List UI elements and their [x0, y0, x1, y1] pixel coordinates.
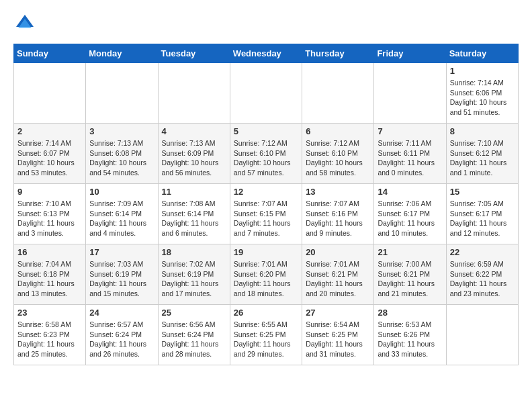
day-cell: 27Sunrise: 6:54 AM Sunset: 6:25 PM Dayli…	[302, 305, 374, 365]
day-number: 15	[450, 187, 515, 197]
day-number: 16	[17, 247, 82, 257]
logo-icon	[15, 13, 35, 34]
day-info: Sunrise: 7:08 AM Sunset: 6:14 PM Dayligh…	[162, 199, 226, 238]
day-number: 3	[89, 126, 154, 136]
day-cell: 12Sunrise: 7:07 AM Sunset: 6:15 PM Dayli…	[230, 184, 302, 244]
day-number: 22	[450, 247, 515, 257]
day-info: Sunrise: 7:05 AM Sunset: 6:17 PM Dayligh…	[450, 199, 515, 238]
day-number: 10	[89, 187, 154, 197]
day-info: Sunrise: 7:14 AM Sunset: 6:07 PM Dayligh…	[17, 138, 82, 178]
day-number: 26	[234, 308, 298, 318]
day-cell: 21Sunrise: 7:00 AM Sunset: 6:21 PM Dayli…	[374, 244, 446, 305]
day-cell: 9Sunrise: 7:10 AM Sunset: 6:13 PM Daylig…	[14, 184, 86, 244]
day-cell: 13Sunrise: 7:07 AM Sunset: 6:16 PM Dayli…	[302, 184, 374, 244]
weekday-header-thursday: Thursday	[302, 44, 374, 63]
day-cell	[446, 305, 518, 365]
day-info: Sunrise: 7:12 AM Sunset: 6:10 PM Dayligh…	[306, 138, 370, 178]
day-number: 21	[378, 247, 442, 257]
weekday-header-sunday: Sunday	[14, 44, 86, 63]
day-info: Sunrise: 7:06 AM Sunset: 6:17 PM Dayligh…	[378, 199, 442, 238]
week-row-2: 9Sunrise: 7:10 AM Sunset: 6:13 PM Daylig…	[14, 184, 519, 244]
day-number: 7	[378, 126, 442, 136]
day-info: Sunrise: 7:07 AM Sunset: 6:15 PM Dayligh…	[234, 199, 298, 238]
day-info: Sunrise: 6:57 AM Sunset: 6:24 PM Dayligh…	[89, 320, 154, 359]
day-info: Sunrise: 7:01 AM Sunset: 6:20 PM Dayligh…	[234, 259, 298, 299]
weekday-header-friday: Friday	[374, 44, 446, 63]
day-number: 17	[89, 247, 154, 257]
day-info: Sunrise: 7:14 AM Sunset: 6:06 PM Dayligh…	[450, 78, 515, 118]
calendar-table: SundayMondayTuesdayWednesdayThursdayFrid…	[13, 44, 519, 365]
day-cell: 20Sunrise: 7:01 AM Sunset: 6:21 PM Dayli…	[302, 244, 374, 305]
day-cell: 25Sunrise: 6:56 AM Sunset: 6:24 PM Dayli…	[158, 305, 230, 365]
day-number: 27	[306, 308, 370, 318]
day-cell: 17Sunrise: 7:03 AM Sunset: 6:19 PM Dayli…	[86, 244, 158, 305]
day-cell: 16Sunrise: 7:04 AM Sunset: 6:18 PM Dayli…	[14, 244, 86, 305]
day-number: 5	[234, 126, 298, 136]
day-number: 19	[234, 247, 298, 257]
day-cell: 3Sunrise: 7:13 AM Sunset: 6:08 PM Daylig…	[86, 124, 158, 184]
day-number: 20	[306, 247, 370, 257]
page-header	[13, 13, 519, 37]
day-info: Sunrise: 6:59 AM Sunset: 6:22 PM Dayligh…	[450, 259, 515, 299]
day-number: 11	[162, 187, 226, 197]
day-info: Sunrise: 6:53 AM Sunset: 6:26 PM Dayligh…	[378, 320, 442, 359]
day-cell	[14, 63, 86, 124]
day-number: 13	[306, 187, 370, 197]
day-info: Sunrise: 7:11 AM Sunset: 6:11 PM Dayligh…	[378, 138, 442, 178]
weekday-header-row: SundayMondayTuesdayWednesdayThursdayFrid…	[14, 44, 519, 63]
day-info: Sunrise: 6:56 AM Sunset: 6:24 PM Dayligh…	[162, 320, 226, 359]
weekday-header-wednesday: Wednesday	[230, 44, 302, 63]
day-cell: 5Sunrise: 7:12 AM Sunset: 6:10 PM Daylig…	[230, 124, 302, 184]
logo	[13, 13, 35, 37]
day-info: Sunrise: 6:58 AM Sunset: 6:23 PM Dayligh…	[17, 320, 82, 359]
day-info: Sunrise: 7:13 AM Sunset: 6:08 PM Dayligh…	[89, 138, 154, 178]
day-cell: 1Sunrise: 7:14 AM Sunset: 6:06 PM Daylig…	[446, 63, 518, 124]
day-cell: 14Sunrise: 7:06 AM Sunset: 6:17 PM Dayli…	[374, 184, 446, 244]
day-number: 2	[17, 126, 82, 136]
day-cell: 2Sunrise: 7:14 AM Sunset: 6:07 PM Daylig…	[14, 124, 86, 184]
week-row-0: 1Sunrise: 7:14 AM Sunset: 6:06 PM Daylig…	[14, 63, 519, 124]
day-info: Sunrise: 6:55 AM Sunset: 6:25 PM Dayligh…	[234, 320, 298, 359]
day-cell	[158, 63, 230, 124]
day-info: Sunrise: 7:12 AM Sunset: 6:10 PM Dayligh…	[234, 138, 298, 178]
day-number: 28	[378, 308, 442, 318]
day-cell: 7Sunrise: 7:11 AM Sunset: 6:11 PM Daylig…	[374, 124, 446, 184]
day-cell: 24Sunrise: 6:57 AM Sunset: 6:24 PM Dayli…	[86, 305, 158, 365]
weekday-header-tuesday: Tuesday	[158, 44, 230, 63]
day-cell: 4Sunrise: 7:13 AM Sunset: 6:09 PM Daylig…	[158, 124, 230, 184]
day-number: 14	[378, 187, 442, 197]
day-cell	[230, 63, 302, 124]
week-row-1: 2Sunrise: 7:14 AM Sunset: 6:07 PM Daylig…	[14, 124, 519, 184]
day-cell: 26Sunrise: 6:55 AM Sunset: 6:25 PM Dayli…	[230, 305, 302, 365]
day-number: 23	[17, 308, 82, 318]
day-info: Sunrise: 6:54 AM Sunset: 6:25 PM Dayligh…	[306, 320, 370, 359]
day-info: Sunrise: 7:01 AM Sunset: 6:21 PM Dayligh…	[306, 259, 370, 299]
day-number: 24	[89, 308, 154, 318]
day-cell: 18Sunrise: 7:02 AM Sunset: 6:19 PM Dayli…	[158, 244, 230, 305]
day-info: Sunrise: 7:07 AM Sunset: 6:16 PM Dayligh…	[306, 199, 370, 238]
day-cell: 11Sunrise: 7:08 AM Sunset: 6:14 PM Dayli…	[158, 184, 230, 244]
day-cell: 23Sunrise: 6:58 AM Sunset: 6:23 PM Dayli…	[14, 305, 86, 365]
day-cell	[374, 63, 446, 124]
day-info: Sunrise: 7:02 AM Sunset: 6:19 PM Dayligh…	[162, 259, 226, 299]
weekday-header-monday: Monday	[86, 44, 158, 63]
day-info: Sunrise: 7:04 AM Sunset: 6:18 PM Dayligh…	[17, 259, 82, 299]
day-number: 6	[306, 126, 370, 136]
day-cell: 10Sunrise: 7:09 AM Sunset: 6:14 PM Dayli…	[86, 184, 158, 244]
day-info: Sunrise: 7:13 AM Sunset: 6:09 PM Dayligh…	[162, 138, 226, 178]
day-number: 25	[162, 308, 226, 318]
day-info: Sunrise: 7:00 AM Sunset: 6:21 PM Dayligh…	[378, 259, 442, 299]
day-info: Sunrise: 7:09 AM Sunset: 6:14 PM Dayligh…	[89, 199, 154, 238]
day-cell: 15Sunrise: 7:05 AM Sunset: 6:17 PM Dayli…	[446, 184, 518, 244]
week-row-4: 23Sunrise: 6:58 AM Sunset: 6:23 PM Dayli…	[14, 305, 519, 365]
day-cell: 8Sunrise: 7:10 AM Sunset: 6:12 PM Daylig…	[446, 124, 518, 184]
day-cell: 19Sunrise: 7:01 AM Sunset: 6:20 PM Dayli…	[230, 244, 302, 305]
day-cell: 6Sunrise: 7:12 AM Sunset: 6:10 PM Daylig…	[302, 124, 374, 184]
day-number: 9	[17, 187, 82, 197]
day-cell	[86, 63, 158, 124]
day-number: 12	[234, 187, 298, 197]
day-info: Sunrise: 7:10 AM Sunset: 6:12 PM Dayligh…	[450, 138, 515, 178]
day-number: 4	[162, 126, 226, 136]
day-info: Sunrise: 7:03 AM Sunset: 6:19 PM Dayligh…	[89, 259, 154, 299]
day-cell: 22Sunrise: 6:59 AM Sunset: 6:22 PM Dayli…	[446, 244, 518, 305]
